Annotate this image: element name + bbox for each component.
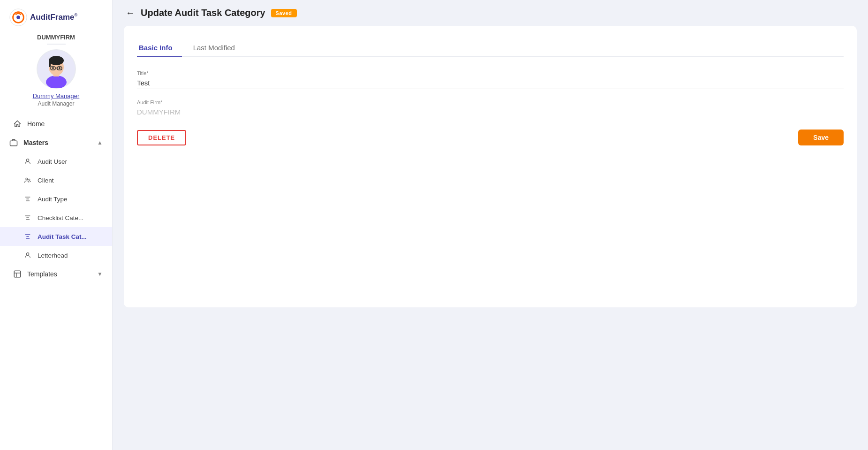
- sidebar-item-client[interactable]: Client: [0, 171, 112, 190]
- sidebar-item-templates[interactable]: Templates ▼: [0, 265, 112, 283]
- svg-point-17: [29, 179, 30, 180]
- audit-firm-input[interactable]: [137, 99, 844, 118]
- audit-type-label: Audit Type: [38, 196, 68, 203]
- sidebar-item-home[interactable]: Home: [0, 114, 112, 133]
- tab-basic-info[interactable]: Basic Info: [137, 39, 182, 57]
- masters-chevron: ▲: [97, 139, 103, 146]
- audit-task-cat-label: Audit Task Cat...: [38, 233, 87, 240]
- sidebar-item-masters[interactable]: Masters ▲: [0, 133, 112, 152]
- sidebar: AuditFrame® DUMMYFIRM Dummy Manager Audi…: [0, 0, 113, 450]
- svg-point-7: [49, 56, 64, 65]
- form-card: Basic Info Last Modified Title* Audit Fi…: [124, 26, 857, 307]
- save-button[interactable]: Save: [798, 130, 844, 145]
- audit-firm-label: Audit Firm*: [137, 99, 162, 105]
- page-header: ← Update Audit Task Category Saved: [113, 0, 868, 26]
- letterhead-label: Letterhead: [38, 252, 68, 259]
- sidebar-divider: [47, 44, 66, 45]
- avatar-image: [38, 50, 75, 88]
- sidebar-nav: Home Masters ▲ Audit User Client: [0, 114, 112, 285]
- svg-point-2: [16, 15, 20, 19]
- svg-point-12: [52, 67, 54, 69]
- letterhead-icon: [23, 251, 32, 259]
- templates-label: Templates: [27, 270, 57, 278]
- client-icon: [23, 176, 32, 184]
- audit-type-icon: [23, 195, 32, 203]
- back-button[interactable]: ←: [126, 8, 135, 18]
- delete-button[interactable]: DELETE: [137, 130, 186, 145]
- masters-label: Masters: [23, 139, 48, 146]
- template-icon: [13, 270, 22, 278]
- svg-point-13: [59, 67, 60, 69]
- client-label: Client: [38, 177, 54, 184]
- sidebar-item-audit-task-cat[interactable]: Audit Task Cat...: [0, 227, 112, 246]
- user-name[interactable]: Dummy Manager: [33, 92, 80, 99]
- app-name: AuditFrame®: [30, 13, 77, 22]
- home-icon: [13, 120, 22, 128]
- audit-firm-field-group: Audit Firm*: [137, 99, 844, 118]
- main-content: ← Update Audit Task Category Saved Basic…: [113, 0, 868, 450]
- home-label: Home: [27, 120, 45, 128]
- audit-user-icon: [23, 157, 32, 166]
- firm-name: DUMMYFIRM: [37, 34, 75, 41]
- sidebar-item-checklist-cate[interactable]: Checklist Cate...: [0, 208, 112, 227]
- app-logo-icon: [9, 8, 27, 26]
- svg-rect-14: [10, 141, 17, 146]
- audit-task-icon: [23, 232, 32, 241]
- folder-icon: [9, 138, 18, 147]
- sidebar-item-audit-type[interactable]: Audit Type: [0, 190, 112, 208]
- page-title: Update Audit Task Category: [141, 8, 265, 18]
- user-role: Audit Manager: [38, 100, 74, 107]
- svg-point-27: [26, 253, 29, 255]
- sidebar-item-letterhead[interactable]: Letterhead: [0, 246, 112, 265]
- sidebar-logo: AuditFrame®: [0, 0, 112, 31]
- tab-last-modified[interactable]: Last Modified: [191, 39, 244, 57]
- saved-badge: Saved: [271, 9, 297, 17]
- tab-bar: Basic Info Last Modified: [137, 39, 844, 57]
- title-field-group: Title*: [137, 70, 844, 89]
- title-label: Title*: [137, 70, 149, 76]
- avatar: [37, 49, 76, 89]
- checklist-cate-label: Checklist Cate...: [38, 214, 83, 221]
- templates-chevron: ▼: [97, 271, 103, 277]
- svg-rect-8: [49, 61, 51, 67]
- form-actions: DELETE Save: [137, 130, 844, 145]
- svg-rect-28: [14, 271, 21, 277]
- content-area: Basic Info Last Modified Title* Audit Fi…: [113, 26, 868, 450]
- title-input[interactable]: [137, 70, 844, 89]
- svg-point-15: [26, 159, 29, 161]
- sidebar-item-audit-user[interactable]: Audit User: [0, 152, 112, 171]
- svg-point-16: [26, 178, 28, 180]
- checklist-icon: [23, 214, 32, 222]
- audit-user-label: Audit User: [38, 158, 67, 165]
